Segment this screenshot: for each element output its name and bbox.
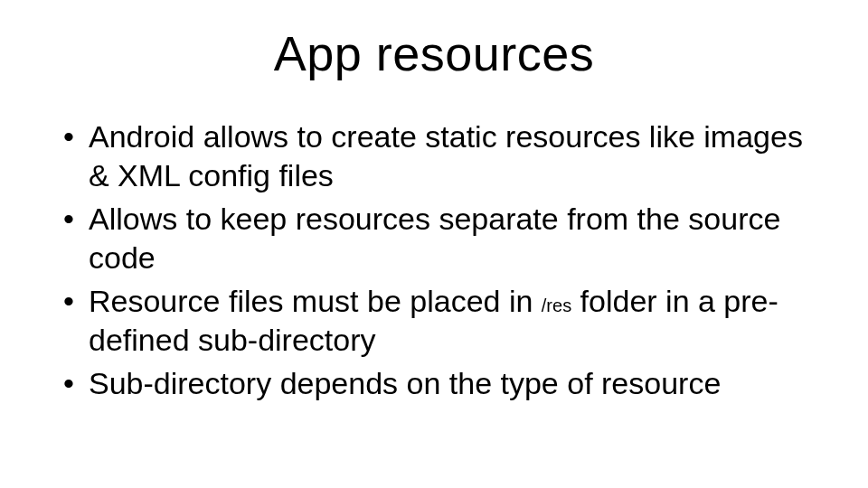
list-item: Android allows to create static resource… <box>63 117 823 194</box>
bullet-text: Sub-directory depends on the type of res… <box>89 366 721 400</box>
list-item: Allows to keep resources separate from t… <box>63 200 823 277</box>
bullet-text: Android allows to create static resource… <box>89 119 803 192</box>
bullet-text-part: Resource files must be placed in <box>89 284 542 318</box>
list-item: Sub-directory depends on the type of res… <box>63 364 823 403</box>
code-path: /res <box>542 296 571 315</box>
slide-title: App resources <box>36 25 832 81</box>
bullet-text: Allows to keep resources separate from t… <box>89 202 780 275</box>
list-item: Resource files must be placed in /res fo… <box>63 282 823 359</box>
slide: App resources Android allows to create s… <box>0 0 868 488</box>
bullet-list: Android allows to create static resource… <box>36 117 832 403</box>
